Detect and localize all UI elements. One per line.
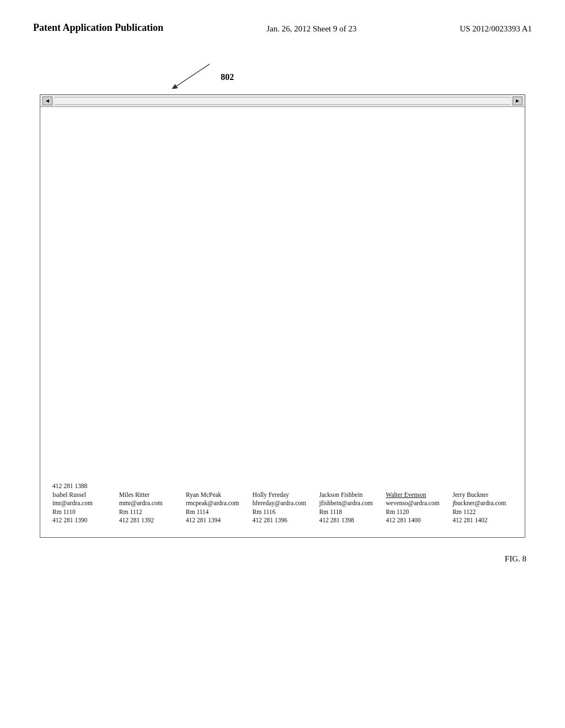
contact-room-2: Rm 1112 — [119, 508, 179, 517]
contact-room-6: Rm 1120 — [386, 508, 446, 517]
contact-email-5: jfishbein@ardra.com — [319, 499, 379, 508]
contact-email-3: rmcpeak@ardra.com — [186, 499, 246, 508]
contact-room-5: Rm 1118 — [319, 508, 379, 517]
contact-phone2-5: 412 281 1398 — [319, 516, 379, 525]
contact-entry-4: Holly Fereday hfereday@ardra.com Rm 1116… — [253, 491, 313, 525]
contact-name-6: Walter Evenson — [386, 491, 446, 500]
contact-phone2-7: 412 281 1402 — [452, 516, 513, 525]
contact-phone2-3: 412 281 1394 — [186, 516, 246, 525]
contact-columns: 412 281 1388 Isabel Russel imr@ardra.com… — [49, 482, 516, 526]
contacts-content-area: 412 281 1388 Isabel Russel imr@ardra.com… — [40, 107, 525, 537]
contact-entry-6: Walter Evenson wevenso@ardra.com Rm 1120… — [386, 491, 446, 525]
contact-column-2: Miles Ritter mmr@ardra.com Rm 1112 412 2… — [116, 491, 183, 526]
contact-entry-1: 412 281 1388 Isabel Russel imr@ardra.com… — [52, 482, 113, 525]
contact-email-7: jbuckner@ardra.com — [452, 499, 513, 508]
contact-phone2-2: 412 281 1392 — [119, 516, 179, 525]
contact-name-1: Isabel Russel — [52, 491, 113, 500]
contact-column-4: Holly Fereday hfereday@ardra.com Rm 1116… — [249, 491, 316, 526]
contact-column-6: Walter Evenson wevenso@ardra.com Rm 1120… — [382, 491, 449, 526]
contact-entry-3: Ryan McPeak rmcpeak@ardra.com Rm 1114 41… — [186, 491, 246, 525]
toolbar-right-button[interactable]: ► — [513, 97, 523, 105]
contact-room-4: Rm 1116 — [253, 508, 313, 517]
contact-phone2-1: 412 281 1390 — [52, 516, 113, 525]
contact-name-3: Ryan McPeak — [186, 491, 246, 500]
header-right-patent: US 2012/0023393 A1 — [460, 22, 532, 34]
toolbar-left-button[interactable]: ◄ — [42, 97, 52, 105]
contact-column-5: Jackson Fishbein jfishbein@ardra.com Rm … — [316, 491, 382, 526]
contact-email-4: hfereday@ardra.com — [253, 499, 313, 508]
contact-name-7: Jerry Buckner — [452, 491, 513, 500]
page-header: Patent Application Publication Jan. 26, … — [0, 0, 565, 45]
contact-entry-7: Jerry Buckner jbuckner@ardra.com Rm 1122… — [452, 491, 513, 525]
contact-phone2-4: 412 281 1396 — [253, 516, 313, 525]
contact-column-1: 412 281 1388 Isabel Russel imr@ardra.com… — [49, 482, 116, 526]
contact-column-7: Jerry Buckner jbuckner@ardra.com Rm 1122… — [449, 491, 516, 526]
toolbar-bar: ◄ ► — [40, 95, 525, 107]
contact-phone2-6: 412 281 1400 — [386, 516, 446, 525]
contact-room-7: Rm 1122 — [452, 508, 513, 517]
contact-email-6: wevenso@ardra.com — [386, 499, 446, 508]
contact-email-1: imr@ardra.com — [52, 499, 113, 508]
contact-name-4: Holly Fereday — [253, 491, 313, 500]
fig-8-label: FIG. 8 — [505, 554, 526, 564]
contact-entry-5: Jackson Fishbein jfishbein@ardra.com Rm … — [319, 491, 379, 525]
contact-column-3: Ryan McPeak rmcpeak@ardra.com Rm 1114 41… — [183, 491, 249, 526]
svg-line-0 — [177, 64, 210, 86]
contact-room-3: Rm 1114 — [186, 508, 246, 517]
contact-entry-2: Miles Ritter mmr@ardra.com Rm 1112 412 2… — [119, 491, 179, 525]
contact-phone-1: 412 281 1388 — [52, 482, 113, 491]
arrow-802 — [160, 61, 226, 89]
contact-room-1: Rm 1110 — [52, 508, 113, 517]
contact-email-2: mmr@ardra.com — [119, 499, 179, 508]
header-center-info: Jan. 26, 2012 Sheet 9 of 23 — [266, 22, 356, 34]
header-left-title: Patent Application Publication — [33, 22, 163, 34]
toolbar-scrollbar-track[interactable] — [55, 97, 510, 105]
interface-box: ◄ ► 412 281 1388 Isabel Russel imr@ardra… — [40, 94, 525, 538]
contact-name-2: Miles Ritter — [119, 491, 179, 500]
contact-name-5: Jackson Fishbein — [319, 491, 379, 500]
main-content: 802 ◄ ► 412 281 1388 — [0, 45, 565, 554]
